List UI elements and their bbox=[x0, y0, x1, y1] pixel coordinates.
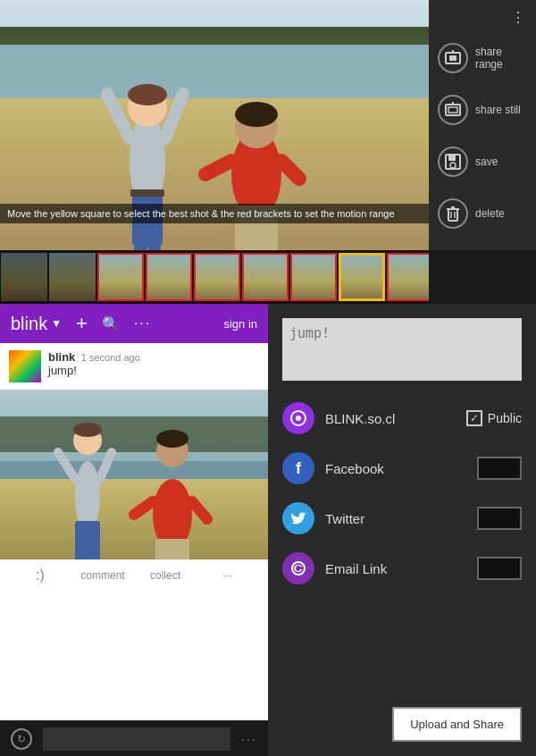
share-still-icon bbox=[438, 95, 468, 125]
delete-label: delete bbox=[475, 207, 505, 220]
svg-line-13 bbox=[281, 161, 299, 179]
svg-rect-24 bbox=[448, 155, 456, 161]
caption-input[interactable] bbox=[282, 318, 522, 381]
right-panel: ⋮ share range share still bbox=[429, 0, 536, 250]
brand-dropdown-icon[interactable]: ▼ bbox=[51, 317, 62, 330]
svg-rect-26 bbox=[448, 209, 457, 221]
svg-rect-34 bbox=[0, 416, 268, 452]
share-still-label: share still bbox=[475, 104, 521, 116]
save-button[interactable]: save bbox=[429, 139, 536, 184]
blink-service-icon bbox=[282, 402, 314, 434]
filmstrip: › bbox=[0, 250, 429, 304]
brand-logo[interactable]: blink ▼ bbox=[11, 314, 62, 334]
svg-point-25 bbox=[450, 163, 456, 168]
more-icon[interactable]: ··· bbox=[134, 315, 151, 332]
share-range-button[interactable]: share range bbox=[429, 36, 536, 80]
film-frame-8[interactable] bbox=[339, 253, 385, 301]
save-icon bbox=[438, 147, 468, 177]
svg-point-36 bbox=[73, 423, 102, 437]
svg-point-44 bbox=[156, 430, 188, 448]
facebook-share-row: f Facebook bbox=[282, 452, 522, 484]
upload-share-button[interactable]: Upload and Share bbox=[392, 707, 522, 742]
film-frame-9[interactable] bbox=[387, 253, 429, 301]
photo-area: Move the yellow square to select the bes… bbox=[0, 0, 429, 250]
share-panel: BLINK.so.cl ✓ Public f Facebook Twitter bbox=[268, 304, 536, 756]
film-frame-2[interactable] bbox=[49, 253, 96, 301]
film-frame-6[interactable] bbox=[242, 253, 289, 301]
search-icon[interactable]: 🔍 bbox=[102, 315, 120, 332]
post-actions: :) comment collect ··· bbox=[0, 559, 268, 591]
email-share-row: Email Link bbox=[282, 552, 522, 584]
collect-button[interactable]: collect bbox=[134, 569, 197, 582]
share-still-button[interactable]: share still bbox=[429, 88, 536, 132]
post-username: blink bbox=[48, 350, 75, 364]
comment-button[interactable]: comment bbox=[71, 569, 134, 582]
delete-icon bbox=[438, 198, 468, 229]
react-button[interactable]: :) bbox=[9, 567, 71, 584]
blink-share-row: BLINK.so.cl ✓ Public bbox=[282, 402, 522, 434]
email-service-icon bbox=[282, 552, 314, 584]
avatar bbox=[9, 350, 41, 382]
email-service-label: Email Link bbox=[325, 561, 466, 576]
twitter-toggle[interactable] bbox=[477, 507, 522, 530]
more-options-icon[interactable]: ⋮ bbox=[511, 9, 527, 26]
post-title: jump! bbox=[48, 364, 140, 382]
svg-rect-18 bbox=[449, 55, 456, 61]
facebook-service-label: Facebook bbox=[325, 461, 466, 476]
twitter-share-row: Twitter bbox=[282, 502, 522, 534]
svg-rect-48 bbox=[155, 539, 189, 559]
svg-point-11 bbox=[235, 102, 278, 127]
svg-line-3 bbox=[107, 94, 130, 139]
svg-rect-6 bbox=[130, 189, 164, 197]
email-toggle[interactable] bbox=[477, 557, 522, 580]
nav-bar: blink ▼ + 🔍 ··· sign in bbox=[0, 304, 268, 343]
film-frame-5[interactable] bbox=[194, 253, 240, 301]
film-frame-3[interactable] bbox=[97, 253, 144, 301]
search-bar[interactable] bbox=[43, 727, 230, 751]
post-timestamp: 1 second ago bbox=[79, 352, 140, 363]
film-frame-7[interactable] bbox=[290, 253, 337, 301]
post-image bbox=[0, 390, 268, 559]
facebook-service-icon: f bbox=[282, 452, 314, 484]
facebook-toggle[interactable] bbox=[477, 457, 522, 480]
public-checkbox-row: ✓ Public bbox=[466, 410, 522, 426]
post-header: blink 1 second ago jump! bbox=[0, 343, 268, 390]
bottom-bar: ↻ ··· bbox=[0, 720, 268, 756]
film-frame-1[interactable] bbox=[1, 253, 47, 301]
film-frame-4[interactable] bbox=[146, 253, 192, 301]
save-label: save bbox=[475, 155, 498, 168]
svg-line-4 bbox=[165, 94, 183, 139]
share-range-icon bbox=[438, 43, 468, 73]
svg-point-2 bbox=[128, 84, 167, 105]
post-area: blink 1 second ago jump! bbox=[0, 343, 268, 733]
delete-button[interactable]: delete bbox=[429, 191, 536, 236]
blink-service-label: BLINK.so.cl bbox=[325, 411, 456, 426]
svg-point-52 bbox=[296, 416, 301, 421]
public-label: Public bbox=[488, 411, 522, 425]
svg-rect-21 bbox=[448, 107, 457, 113]
public-checkbox[interactable]: ✓ bbox=[466, 410, 482, 426]
refresh-icon[interactable]: ↻ bbox=[11, 728, 32, 750]
instruction-text: Move the yellow square to select the bes… bbox=[0, 204, 429, 223]
twitter-service-label: Twitter bbox=[325, 511, 466, 526]
svg-line-12 bbox=[205, 161, 231, 174]
brand-name: blink bbox=[11, 314, 47, 334]
bottom-more-icon[interactable]: ··· bbox=[241, 732, 257, 746]
more-actions-button[interactable]: ··· bbox=[197, 569, 259, 582]
share-range-label: share range bbox=[475, 46, 527, 71]
add-icon[interactable]: + bbox=[76, 312, 88, 335]
twitter-service-icon bbox=[282, 502, 314, 534]
sign-in-button[interactable]: sign in bbox=[223, 317, 257, 331]
svg-rect-40 bbox=[75, 521, 100, 559]
